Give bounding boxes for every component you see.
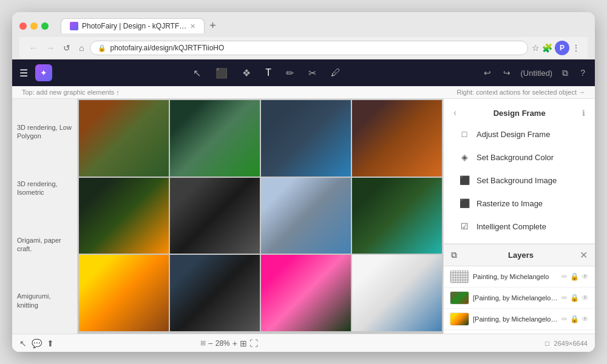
layer-item[interactable]: [Painting, by Michelangelo] a ✏ 🔒 👁	[444, 309, 595, 330]
layers-header-icon: ⧉	[451, 250, 457, 260]
canvas-grid	[78, 99, 443, 334]
app-logo: ✦	[35, 64, 52, 81]
browser-nav: ← → ↺ ⌂ 🔒 photofairy.ai/design/kQJRTFTii…	[19, 37, 588, 59]
layer-item[interactable]: Painting, by Michelangelo ✏ 🔒 👁	[444, 266, 595, 288]
fullscreen-traffic-light[interactable]	[41, 22, 49, 30]
upload-tool-button[interactable]: ⬆	[47, 339, 54, 348]
help-button[interactable]: ?	[578, 66, 588, 80]
tab-close-button[interactable]: ✕	[190, 22, 195, 30]
bg-color-item[interactable]: ◈ Set Background Color	[449, 146, 590, 168]
redo-button[interactable]: ↪	[501, 66, 513, 80]
zoom-in-button[interactable]: +	[232, 339, 237, 348]
layers-panel-button[interactable]: ⧉	[560, 66, 571, 81]
layer-lock-button-3[interactable]: 🔒	[570, 315, 579, 323]
label-text: 3D rendering, Low Polygon	[17, 123, 72, 141]
main-content: 3D rendering, Low Polygon 3D rendering, …	[12, 99, 595, 334]
address-bar[interactable]: 🔒 photofairy.ai/design/kQJRTFTiioHO	[90, 41, 528, 55]
panel-info-button[interactable]: ℹ	[582, 109, 585, 118]
app-toolbar: ☰ ✦ ↖ ⬛ ❖ T ✏ ✂ 🖊 ↩ ↪ (Untitled) ⧉ ?	[12, 59, 595, 86]
forward-button[interactable]: →	[44, 42, 57, 54]
canvas-cell-4[interactable]	[352, 100, 442, 177]
canvas-cell-5[interactable]	[79, 178, 169, 254]
layer-thumbnail-3	[450, 312, 469, 326]
layers-section: ⧉ Layers ✕ Painting, by Michelangelo ✏ 🔒…	[444, 244, 595, 334]
canvas-cell-12[interactable]	[352, 255, 442, 331]
rasterize-icon: ⬛	[458, 197, 470, 209]
canvas-cell-2[interactable]	[170, 100, 260, 177]
hamburger-menu-button[interactable]: ☰	[19, 67, 28, 79]
pointer-tool-button[interactable]: ↖	[187, 64, 207, 83]
browser-window: PhotoFairy | Design - kQJRTF… ✕ + ← → ↺ …	[12, 12, 595, 352]
bottom-bar: ↖ 💬 ⬆ ⊞ − 28% + ⊞ ⛶ □ 2649×6644	[12, 334, 595, 352]
layer-edit-button-1[interactable]: ✏	[561, 272, 568, 281]
new-tab-button[interactable]: +	[207, 19, 219, 32]
lock-icon: 🔒	[98, 44, 106, 52]
layer-eye-button-3[interactable]: 👁	[582, 315, 589, 323]
intelligent-item[interactable]: ☑ Intelligent Complete	[449, 215, 590, 237]
zoom-out-button[interactable]: −	[208, 339, 213, 348]
bookmark-button[interactable]: ☆	[532, 43, 540, 53]
layer-actions-3: ✏ 🔒 👁	[561, 315, 589, 323]
canvas-cell-6[interactable]	[170, 178, 260, 254]
adjust-frame-label: Adjust Design Frame	[476, 130, 550, 139]
canvas-cell-3[interactable]	[261, 100, 351, 177]
canvas-cell-1[interactable]	[79, 100, 169, 177]
toolbar-tools: ↖ ⬛ ❖ T ✏ ✂ 🖊	[59, 64, 474, 83]
canvas-cell-7[interactable]	[261, 178, 351, 254]
close-traffic-light[interactable]	[19, 22, 27, 30]
text-tool-button[interactable]: T	[259, 64, 277, 82]
menu-button[interactable]: ⋮	[572, 43, 580, 53]
cut-tool-button[interactable]: ✂	[302, 64, 322, 83]
browser-controls: PhotoFairy | Design - kQJRTF… ✕ +	[19, 18, 588, 33]
layer-lock-button-1[interactable]: 🔒	[570, 272, 579, 281]
minimize-traffic-light[interactable]	[30, 22, 38, 30]
url-text: photofairy.ai/design/kQJRTFTiioHO	[110, 44, 224, 52]
label-item: 3D rendering, Isometric	[17, 160, 72, 217]
pen-tool-button[interactable]: 🖊	[325, 64, 347, 82]
rasterize-item[interactable]: ⬛ Rasterize to Image	[449, 192, 590, 214]
layer-name-3: [Painting, by Michelangelo] a	[473, 315, 558, 323]
canvas-cell-11[interactable]	[261, 255, 351, 331]
label-item: 3D rendering, Low Polygon	[17, 104, 72, 160]
layers-close-button[interactable]: ✕	[580, 249, 588, 261]
fullscreen-button[interactable]: ⛶	[249, 339, 258, 348]
layer-item[interactable]: [Painting, by Michelangelo] a ✏ 🔒 👁	[444, 288, 595, 309]
layer-edit-button-2[interactable]: ✏	[561, 294, 568, 302]
undo-button[interactable]: ↩	[481, 66, 493, 80]
zoom-level: 28%	[215, 339, 230, 348]
browser-tab[interactable]: PhotoFairy | Design - kQJRTF… ✕	[61, 18, 205, 33]
canvas-size: 2649×6644	[554, 340, 588, 347]
design-frame-section: ‹ Design Frame ℹ □ Adjust Design Frame ◈…	[444, 99, 595, 244]
draw-tool-button[interactable]: ✏	[280, 64, 300, 83]
back-button[interactable]: ←	[27, 42, 40, 54]
right-hint: Right: context actions for selected obje…	[456, 89, 585, 96]
canvas-size-label: □	[545, 340, 549, 347]
layer-actions-2: ✏ 🔒 👁	[561, 294, 589, 302]
layers-tool-button[interactable]: ❖	[236, 64, 257, 83]
right-panel: ‹ Design Frame ℹ □ Adjust Design Frame ◈…	[443, 99, 595, 334]
layer-edit-button-3[interactable]: ✏	[561, 315, 568, 323]
layer-eye-button-1[interactable]: 👁	[582, 272, 589, 281]
profile-avatar[interactable]: P	[555, 41, 569, 55]
image-tool-button[interactable]: ⬛	[209, 64, 234, 83]
canvas-cell-9[interactable]	[79, 255, 169, 331]
tab-favicon	[70, 22, 78, 30]
reload-button[interactable]: ↺	[61, 42, 73, 54]
cursor-tool-button[interactable]: ↖	[19, 339, 27, 348]
panel-back-button[interactable]: ‹	[453, 107, 456, 118]
speech-tool-button[interactable]: 💬	[32, 339, 42, 348]
canvas-cell-8[interactable]	[352, 178, 442, 254]
layer-eye-button-2[interactable]: 👁	[582, 294, 589, 302]
zoom-fit-button[interactable]: ⊞	[240, 339, 247, 348]
adjust-frame-item[interactable]: □ Adjust Design Frame	[449, 123, 590, 145]
canvas-area[interactable]	[78, 99, 443, 334]
layer-lock-button-2[interactable]: 🔒	[570, 294, 579, 302]
document-title: (Untitled)	[520, 69, 552, 78]
label-text: Amigurumi, knitting	[17, 292, 72, 309]
tab-bar: PhotoFairy | Design - kQJRTF… ✕ +	[61, 18, 588, 33]
canvas-cell-10[interactable]	[170, 255, 260, 331]
home-button[interactable]: ⌂	[76, 42, 86, 54]
app-container: ☰ ✦ ↖ ⬛ ❖ T ✏ ✂ 🖊 ↩ ↪ (Untitled) ⧉ ? Top…	[12, 59, 595, 352]
bg-image-item[interactable]: ⬛ Set Background Image	[449, 169, 590, 191]
extensions-button[interactable]: 🧩	[542, 43, 552, 53]
